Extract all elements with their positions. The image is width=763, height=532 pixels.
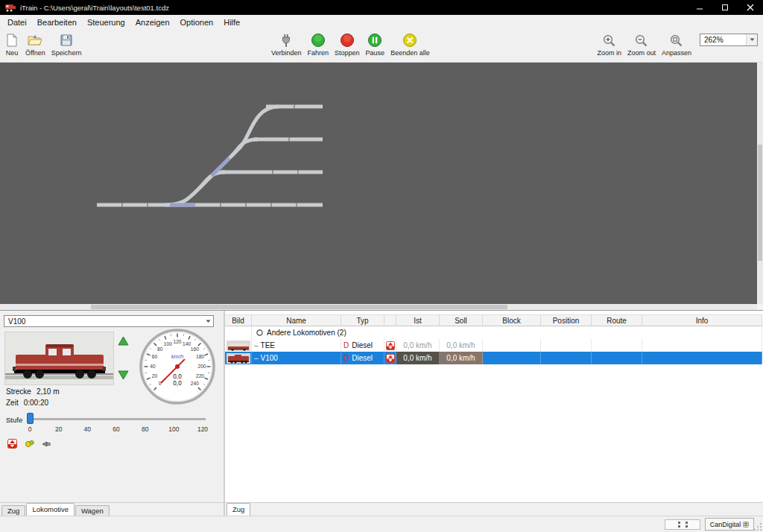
column-header-ist[interactable]: Ist [396, 314, 440, 326]
svg-text:120: 120 [173, 339, 181, 344]
column-header-info[interactable]: Info [642, 314, 762, 326]
menu-item-hilfe[interactable]: Hilfe [218, 16, 245, 29]
connect-button[interactable]: Verbinden [268, 32, 305, 57]
status-dots-icon [686, 522, 688, 524]
menu-item-optionen[interactable]: Optionen [175, 16, 219, 29]
slider-tick-label: 120 [197, 425, 208, 433]
svg-text:160: 160 [191, 346, 199, 352]
open-button-label: Öffnen [25, 49, 45, 57]
slider-tick-label: 80 [142, 425, 148, 433]
zoom-in-button[interactable]: Zoom in [594, 32, 624, 57]
horizontal-scroll-thumb[interactable] [91, 305, 507, 309]
green-up-arrow-icon [118, 336, 129, 346]
column-header-route[interactable]: Route [592, 314, 642, 326]
run-button[interactable]: Fahren [305, 32, 332, 57]
stop-button[interactable]: Stoppen [332, 32, 363, 57]
soll-speed: 0,0 km/h [440, 352, 483, 364]
speed-down-button[interactable] [117, 370, 130, 380]
slider-tick-label: 0 [28, 425, 32, 433]
column-header-bild[interactable]: Bild [225, 314, 252, 326]
light-function-button[interactable] [24, 438, 34, 449]
window-title: iTrain - C:\Users\geral\iTrain\layouts\t… [20, 4, 687, 12]
column-header-position[interactable]: Position [541, 314, 592, 326]
pause-button[interactable]: Pause [363, 32, 388, 57]
menu-item-datei[interactable]: Datei [2, 16, 32, 29]
zoom-level-value: 262% [704, 36, 724, 44]
green-down-arrow-icon [118, 370, 129, 380]
horn-function-button[interactable] [41, 438, 51, 449]
column-header-typ[interactable]: Typ [341, 314, 384, 326]
svg-text:km/h: km/h [171, 353, 183, 360]
tab-wagen[interactable]: Wagen [75, 505, 110, 516]
group-row-label-cell: Andere Lokomotiven (2) [252, 326, 762, 339]
control-button-group: Verbinden Fahren Stoppen Pause B [268, 32, 433, 57]
ist-speed: 0,0 km/h [396, 352, 440, 364]
menu-item-steuerung[interactable]: Steuerung [82, 16, 130, 29]
app-icon [4, 3, 16, 12]
tab-zug[interactable]: Zug [1, 505, 25, 516]
slider-tick-label: 100 [168, 425, 179, 433]
menu-item-bearbeiten[interactable]: Bearbeiten [32, 16, 82, 29]
slider-thumb[interactable] [27, 413, 34, 424]
table-row-v100[interactable]: –V100DDiesel0,0 km/h0,0 km/h [225, 352, 762, 364]
end-all-button[interactable]: Beenden alle [387, 32, 433, 57]
column-header-icon[interactable] [384, 314, 396, 326]
svg-text:20: 20 [152, 373, 158, 379]
route-cell [592, 339, 642, 352]
tab-lokomotive[interactable]: Lokomotive [26, 503, 75, 516]
green-circle-icon [311, 33, 326, 48]
track-canvas[interactable] [0, 63, 763, 310]
slider-groove[interactable] [27, 418, 206, 420]
connection-status-box [665, 519, 700, 530]
svg-text:0,0: 0,0 [173, 373, 182, 380]
zoom-out-button[interactable]: Zoom out [624, 32, 659, 57]
tree-line: – [254, 341, 259, 349]
vertical-scroll-thumb[interactable] [758, 145, 762, 261]
open-button[interactable]: Öffnen [22, 32, 48, 57]
save-button[interactable]: Speichern [48, 32, 85, 57]
column-header-soll[interactable]: Soll [440, 314, 483, 326]
new-button[interactable]: Neu [1, 32, 22, 57]
zoom-button-group: Zoom in Zoom out Anpassen [594, 32, 694, 57]
column-header-name[interactable]: Name [252, 314, 341, 326]
table-header-row: BildNameTypIstSollBlockPositionRouteInfo [225, 314, 762, 326]
info-cell [642, 339, 762, 352]
ist-speed: 0,0 km/h [396, 339, 440, 352]
locomotive-selector[interactable]: V100 [4, 315, 214, 327]
zoom-fit-label: Anpassen [662, 49, 691, 57]
maximize-button[interactable] [712, 0, 738, 15]
table-row-tee[interactable]: –TEEDDiesel0,0 km/h0,0 km/h [225, 339, 762, 352]
group-row[interactable]: Andere Lokomotiven (2) [225, 326, 762, 339]
block-cell [483, 352, 541, 364]
app-window: iTrain - C:\Users\geral\iTrain\layouts\t… [0, 0, 763, 532]
status-dots-icon [678, 522, 680, 524]
zoom-in-label: Zoom in [597, 49, 621, 57]
light-icon [25, 439, 34, 449]
speed-slider[interactable] [25, 413, 207, 425]
group-label: Andere Lokomotiven (2) [267, 329, 346, 337]
svg-text:60: 60 [152, 354, 158, 359]
column-header-block[interactable]: Block [483, 314, 541, 326]
direction-button[interactable] [7, 438, 17, 449]
svg-text:140: 140 [183, 341, 191, 346]
speed-up-button[interactable] [117, 335, 130, 346]
close-button[interactable] [738, 0, 763, 15]
position-cell [541, 339, 592, 352]
tab-zug[interactable]: Zug [227, 503, 250, 516]
direction-indicator-cell [384, 339, 396, 352]
new-document-icon [6, 33, 18, 48]
canvas-horizontal-scrollbar[interactable] [0, 304, 757, 310]
zoom-fit-button[interactable]: Anpassen [659, 32, 694, 57]
canvas-vertical-scrollbar[interactable] [757, 63, 763, 304]
svg-text:100: 100 [164, 341, 172, 346]
typ-letter: D [343, 354, 349, 362]
zoom-level-combobox[interactable]: 262% [700, 34, 758, 46]
minimize-button[interactable] [687, 0, 712, 15]
slider-tick-labels: 020406080100120 [25, 425, 207, 434]
interface-device-button[interactable]: CanDigital [705, 518, 754, 531]
position-cell [541, 352, 592, 364]
distance-label: Strecke [6, 387, 31, 396]
resize-grip[interactable] [753, 522, 762, 531]
save-disk-icon [60, 33, 72, 48]
menu-item-anzeigen[interactable]: Anzeigen [130, 16, 175, 29]
